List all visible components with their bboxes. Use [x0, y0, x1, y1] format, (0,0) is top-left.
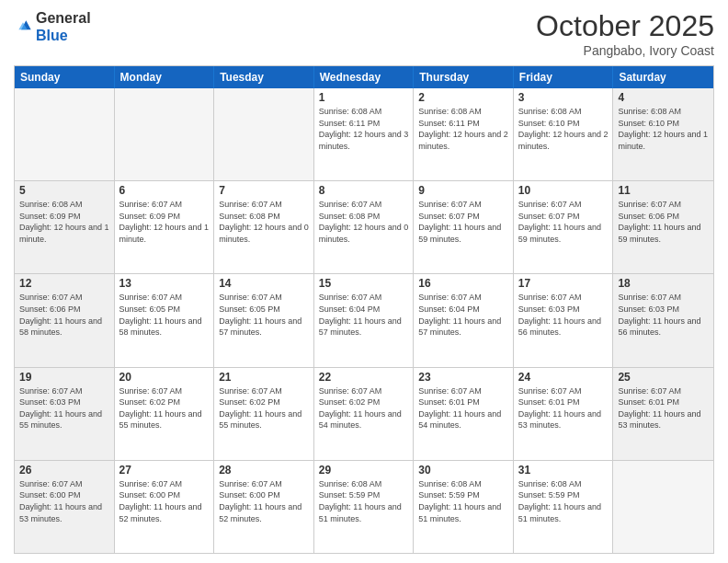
- cell-info: Sunrise: 6:07 AMSunset: 6:00 PMDaylight:…: [219, 478, 309, 524]
- calendar-cell: [613, 461, 713, 553]
- calendar-cell: 18Sunrise: 6:07 AMSunset: 6:03 PMDayligh…: [613, 274, 713, 366]
- calendar-cell: 23Sunrise: 6:07 AMSunset: 6:01 PMDayligh…: [414, 368, 514, 460]
- header-day-thursday: Thursday: [414, 66, 514, 88]
- cell-info: Sunrise: 6:08 AMSunset: 5:59 PMDaylight:…: [518, 478, 609, 524]
- calendar-cell: 19Sunrise: 6:07 AMSunset: 6:03 PMDayligh…: [15, 368, 115, 460]
- cell-info: Sunrise: 6:07 AMSunset: 6:00 PMDaylight:…: [119, 478, 210, 524]
- day-number: 23: [418, 371, 508, 384]
- day-number: 24: [518, 371, 609, 384]
- calendar-cell: 17Sunrise: 6:07 AMSunset: 6:03 PMDayligh…: [514, 274, 614, 366]
- logo: General Blue: [14, 9, 91, 44]
- calendar-cell: 13Sunrise: 6:07 AMSunset: 6:05 PMDayligh…: [115, 274, 215, 366]
- calendar-row-4: 26Sunrise: 6:07 AMSunset: 6:00 PMDayligh…: [15, 460, 713, 553]
- day-number: 15: [319, 277, 409, 290]
- calendar-cell: 1Sunrise: 6:08 AMSunset: 6:11 PMDaylight…: [314, 88, 415, 180]
- header-day-wednesday: Wednesday: [314, 66, 415, 88]
- day-number: 22: [319, 371, 409, 384]
- cell-info: Sunrise: 6:08 AMSunset: 6:09 PMDaylight:…: [19, 199, 109, 245]
- day-number: 11: [618, 184, 709, 197]
- day-number: 8: [319, 184, 409, 197]
- calendar-cell: 26Sunrise: 6:07 AMSunset: 6:00 PMDayligh…: [15, 461, 115, 553]
- logo-icon: [14, 17, 32, 36]
- day-number: 27: [119, 464, 210, 477]
- calendar-cell: 20Sunrise: 6:07 AMSunset: 6:02 PMDayligh…: [115, 368, 215, 460]
- calendar-cell: 28Sunrise: 6:07 AMSunset: 6:00 PMDayligh…: [214, 461, 314, 553]
- page: General Blue October 2025 Pangbabo, Ivor…: [0, 0, 728, 563]
- calendar-cell: 5Sunrise: 6:08 AMSunset: 6:09 PMDaylight…: [15, 181, 115, 273]
- cell-info: Sunrise: 6:07 AMSunset: 6:05 PMDaylight:…: [219, 292, 309, 338]
- calendar-header: SundayMondayTuesdayWednesdayThursdayFrid…: [15, 66, 713, 88]
- cell-info: Sunrise: 6:07 AMSunset: 6:03 PMDaylight:…: [618, 292, 709, 338]
- calendar-cell: 2Sunrise: 6:08 AMSunset: 6:11 PMDaylight…: [414, 88, 514, 180]
- cell-info: Sunrise: 6:07 AMSunset: 6:08 PMDaylight:…: [319, 199, 409, 245]
- calendar-cell: [214, 88, 314, 180]
- logo-general: General: [36, 10, 91, 26]
- calendar-row-0: 1Sunrise: 6:08 AMSunset: 6:11 PMDaylight…: [15, 88, 713, 180]
- logo-blue: Blue: [36, 28, 68, 43]
- cell-info: Sunrise: 6:07 AMSunset: 6:02 PMDaylight:…: [119, 385, 210, 431]
- calendar-body: 1Sunrise: 6:08 AMSunset: 6:11 PMDaylight…: [15, 88, 713, 553]
- calendar-cell: 6Sunrise: 6:07 AMSunset: 6:09 PMDaylight…: [115, 181, 215, 273]
- header-day-saturday: Saturday: [613, 66, 713, 88]
- calendar-cell: 15Sunrise: 6:07 AMSunset: 6:04 PMDayligh…: [314, 274, 415, 366]
- location-subtitle: Pangbabo, Ivory Coast: [536, 43, 714, 58]
- day-number: 31: [518, 464, 609, 477]
- cell-info: Sunrise: 6:08 AMSunset: 6:10 PMDaylight:…: [518, 106, 609, 152]
- header-day-friday: Friday: [514, 66, 614, 88]
- day-number: 29: [319, 464, 409, 477]
- cell-info: Sunrise: 6:07 AMSunset: 6:06 PMDaylight:…: [618, 199, 709, 245]
- day-number: 9: [418, 184, 508, 197]
- calendar-cell: 14Sunrise: 6:07 AMSunset: 6:05 PMDayligh…: [214, 274, 314, 366]
- calendar: SundayMondayTuesdayWednesdayThursdayFrid…: [14, 65, 714, 554]
- calendar-cell: 22Sunrise: 6:07 AMSunset: 6:02 PMDayligh…: [314, 368, 415, 460]
- calendar-cell: [15, 88, 115, 180]
- cell-info: Sunrise: 6:07 AMSunset: 6:05 PMDaylight:…: [119, 292, 210, 338]
- cell-info: Sunrise: 6:08 AMSunset: 6:11 PMDaylight:…: [418, 106, 508, 152]
- calendar-cell: 3Sunrise: 6:08 AMSunset: 6:10 PMDaylight…: [514, 88, 614, 180]
- day-number: 4: [618, 91, 709, 104]
- day-number: 2: [418, 91, 508, 104]
- header-day-monday: Monday: [115, 66, 215, 88]
- day-number: 28: [219, 464, 309, 477]
- header-day-tuesday: Tuesday: [214, 66, 314, 88]
- cell-info: Sunrise: 6:07 AMSunset: 6:00 PMDaylight:…: [19, 478, 109, 524]
- cell-info: Sunrise: 6:07 AMSunset: 6:02 PMDaylight:…: [319, 385, 409, 431]
- cell-info: Sunrise: 6:07 AMSunset: 6:07 PMDaylight:…: [518, 199, 609, 245]
- day-number: 17: [518, 277, 609, 290]
- title-block: October 2025 Pangbabo, Ivory Coast: [536, 9, 714, 58]
- cell-info: Sunrise: 6:07 AMSunset: 6:02 PMDaylight:…: [219, 385, 309, 431]
- cell-info: Sunrise: 6:07 AMSunset: 6:01 PMDaylight:…: [418, 385, 508, 431]
- day-number: 26: [19, 464, 109, 477]
- calendar-row-2: 12Sunrise: 6:07 AMSunset: 6:06 PMDayligh…: [15, 273, 713, 366]
- day-number: 10: [518, 184, 609, 197]
- day-number: 7: [219, 184, 309, 197]
- cell-info: Sunrise: 6:07 AMSunset: 6:01 PMDaylight:…: [618, 385, 709, 431]
- calendar-cell: 10Sunrise: 6:07 AMSunset: 6:07 PMDayligh…: [514, 181, 614, 273]
- cell-info: Sunrise: 6:08 AMSunset: 6:11 PMDaylight:…: [319, 106, 409, 152]
- day-number: 14: [219, 277, 309, 290]
- calendar-cell: 16Sunrise: 6:07 AMSunset: 6:04 PMDayligh…: [414, 274, 514, 366]
- calendar-cell: 31Sunrise: 6:08 AMSunset: 5:59 PMDayligh…: [514, 461, 614, 553]
- calendar-cell: 27Sunrise: 6:07 AMSunset: 6:00 PMDayligh…: [115, 461, 215, 553]
- calendar-cell: [115, 88, 215, 180]
- cell-info: Sunrise: 6:07 AMSunset: 6:04 PMDaylight:…: [418, 292, 508, 338]
- calendar-cell: 30Sunrise: 6:08 AMSunset: 5:59 PMDayligh…: [414, 461, 514, 553]
- cell-info: Sunrise: 6:07 AMSunset: 6:07 PMDaylight:…: [418, 199, 508, 245]
- month-title: October 2025: [536, 9, 714, 43]
- cell-info: Sunrise: 6:08 AMSunset: 6:10 PMDaylight:…: [618, 106, 709, 152]
- day-number: 6: [119, 184, 210, 197]
- cell-info: Sunrise: 6:07 AMSunset: 6:06 PMDaylight:…: [19, 292, 109, 338]
- calendar-cell: 25Sunrise: 6:07 AMSunset: 6:01 PMDayligh…: [613, 368, 713, 460]
- day-number: 18: [618, 277, 709, 290]
- day-number: 1: [319, 91, 409, 104]
- cell-info: Sunrise: 6:07 AMSunset: 6:08 PMDaylight:…: [219, 199, 309, 245]
- cell-info: Sunrise: 6:07 AMSunset: 6:03 PMDaylight:…: [518, 292, 609, 338]
- calendar-cell: 9Sunrise: 6:07 AMSunset: 6:07 PMDaylight…: [414, 181, 514, 273]
- cell-info: Sunrise: 6:07 AMSunset: 6:04 PMDaylight:…: [319, 292, 409, 338]
- header-day-sunday: Sunday: [15, 66, 115, 88]
- calendar-cell: 7Sunrise: 6:07 AMSunset: 6:08 PMDaylight…: [214, 181, 314, 273]
- day-number: 16: [418, 277, 508, 290]
- cell-info: Sunrise: 6:07 AMSunset: 6:09 PMDaylight:…: [119, 199, 210, 245]
- calendar-cell: 8Sunrise: 6:07 AMSunset: 6:08 PMDaylight…: [314, 181, 415, 273]
- header: General Blue October 2025 Pangbabo, Ivor…: [14, 9, 714, 58]
